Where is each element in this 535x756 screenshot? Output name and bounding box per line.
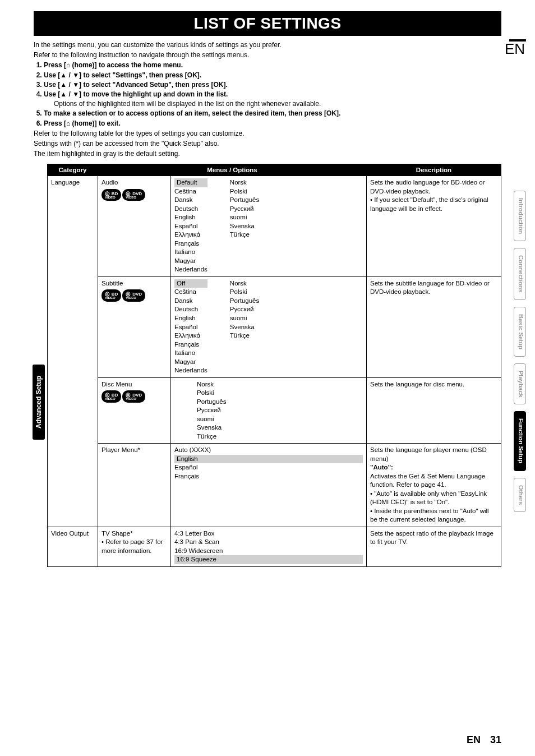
options-cell: Auto (XXXX)EnglishEspañolFrançais	[171, 444, 367, 527]
tab-others[interactable]: Others	[514, 478, 526, 512]
tab-basic-setup[interactable]: Basic Setup	[514, 307, 526, 357]
options-cell: OffCeštinaDanskDeutschEnglishEspañolΕλλη…	[171, 276, 367, 377]
menu-cell: SubtitleBDVIDEODVDVIDEO	[98, 276, 171, 377]
settings-table: Category Menus / Options Description Lan…	[47, 164, 501, 567]
description-cell: Sets the language for disc menu.	[367, 377, 501, 444]
description-cell: Sets the audio language for BD-video or …	[367, 176, 501, 277]
intro-p5: The item highlighted in gray is the defa…	[34, 149, 501, 158]
description-cell: Sets the aspect ratio of the playback im…	[367, 527, 501, 566]
tab-function-setup[interactable]: Function Setup	[514, 411, 526, 471]
th-description: Description	[367, 164, 501, 176]
intro-p1: In the settings menu, you can customize …	[34, 40, 501, 49]
menu-cell: Player Menu*	[98, 444, 171, 527]
tab-playback[interactable]: Playback	[514, 363, 526, 405]
page-footer: EN 31	[467, 734, 501, 746]
th-category: Category	[48, 164, 98, 176]
step-2: Use [▲ / ▼] to select "Settings", then p…	[44, 71, 501, 80]
intro-p3: Refer to the following table for the typ…	[34, 129, 501, 138]
intro-block: In the settings menu, you can customize …	[34, 40, 501, 158]
options-cell: 4:3 Letter Box4:3 Pan & Scan16:9 Widescr…	[171, 527, 367, 566]
menu-cell: TV Shape*• Refer to page 37 for more inf…	[98, 527, 171, 566]
footer-lang: EN	[467, 734, 481, 745]
intro-p4: Settings with (*) can be accessed from t…	[34, 139, 501, 148]
left-section-tab: Advanced Setup	[33, 365, 45, 440]
step-5: To make a selection or to access options…	[44, 109, 501, 118]
step-6: Press [⌂ (home)] to exit.	[44, 119, 501, 128]
options-cell: DefaultCeštinaDanskDeutschEnglishEspañol…	[171, 176, 367, 277]
options-cell: NorskPolskiPortuguêsРусскийsuomiSvenskaT…	[171, 377, 367, 444]
category-cell: Language	[48, 176, 98, 527]
menu-cell: Disc MenuBDVIDEODVDVIDEO	[98, 377, 171, 444]
tab-introduction[interactable]: Introduction	[514, 191, 526, 241]
th-menus: Menus / Options	[98, 164, 367, 176]
tab-connections[interactable]: Connections	[514, 248, 526, 300]
side-tabs: Introduction Connections Basic Setup Pla…	[514, 191, 529, 519]
description-cell: Sets the language for player menu (OSD m…	[367, 444, 501, 527]
footer-page-number: 31	[490, 734, 501, 745]
step-3: Use [▲ / ▼] to select "Advanced Setup", …	[44, 80, 501, 89]
intro-p2: Refer to the following instruction to na…	[34, 50, 501, 59]
step-1: Press [⌂ (home)] to access the home menu…	[44, 61, 501, 70]
step-4: Use [▲ / ▼] to move the highlight up and…	[44, 90, 501, 99]
step-4-sub: Options of the highlighted item will be …	[54, 99, 501, 108]
page-title: LIST OF SETTINGS	[34, 11, 501, 36]
description-cell: Sets the subtitle language for BD-video …	[367, 276, 501, 377]
menu-cell: AudioBDVIDEODVDVIDEO	[98, 176, 171, 277]
category-cell: Video Output	[48, 527, 98, 566]
language-indicator: EN	[505, 40, 525, 58]
